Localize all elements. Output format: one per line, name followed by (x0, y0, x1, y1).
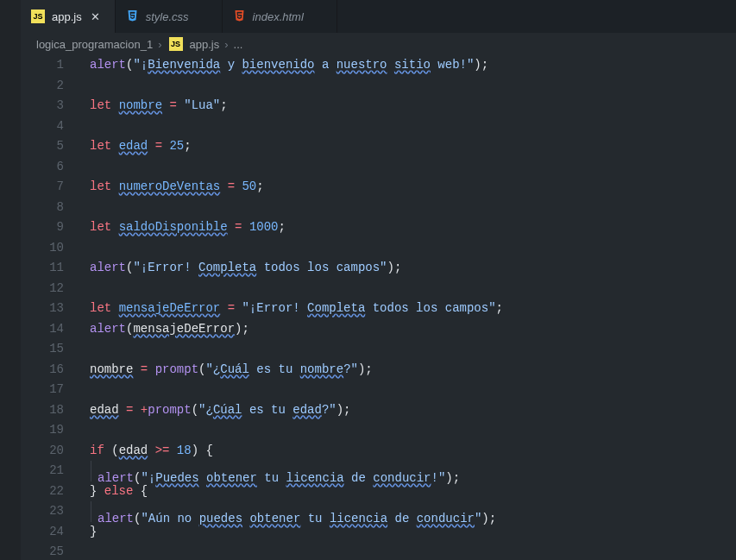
chevron-right-icon: › (224, 38, 228, 51)
line-number-gutter: 1234567891011121314151617181920212223242… (21, 55, 83, 560)
tab-label: index.html (253, 10, 304, 23)
tab-bar: JS app.js ✕ style.css ✕ index.html ✕ (21, 0, 736, 33)
close-icon[interactable]: ✕ (89, 10, 103, 23)
code-editor[interactable]: 1234567891011121314151617181920212223242… (21, 55, 736, 560)
tab-index-html[interactable]: index.html ✕ (223, 0, 337, 33)
html-file-icon (233, 9, 246, 24)
js-file-icon: JS (31, 9, 45, 23)
tab-app-js[interactable]: JS app.js ✕ (21, 0, 116, 33)
tab-label: app.js (52, 10, 82, 23)
editor-group: JS app.js ✕ style.css ✕ index.html ✕ log… (21, 0, 736, 560)
js-file-icon: JS (169, 37, 183, 51)
breadcrumb-folder: logica_programacion_1 (36, 38, 153, 51)
code-content[interactable]: alert("¡Bienvenida y bienvenido a nuestr… (83, 55, 736, 560)
css-file-icon (126, 9, 139, 24)
chevron-right-icon: › (158, 38, 161, 51)
activity-bar[interactable] (0, 0, 21, 560)
tab-label: style.css (146, 10, 189, 23)
breadcrumb-file: app.js (190, 38, 220, 51)
breadcrumb[interactable]: logica_programacion_1 › JS app.js › ... (21, 33, 736, 55)
breadcrumb-ellipsis: ... (234, 38, 243, 51)
tab-style-css[interactable]: style.css ✕ (116, 0, 223, 33)
